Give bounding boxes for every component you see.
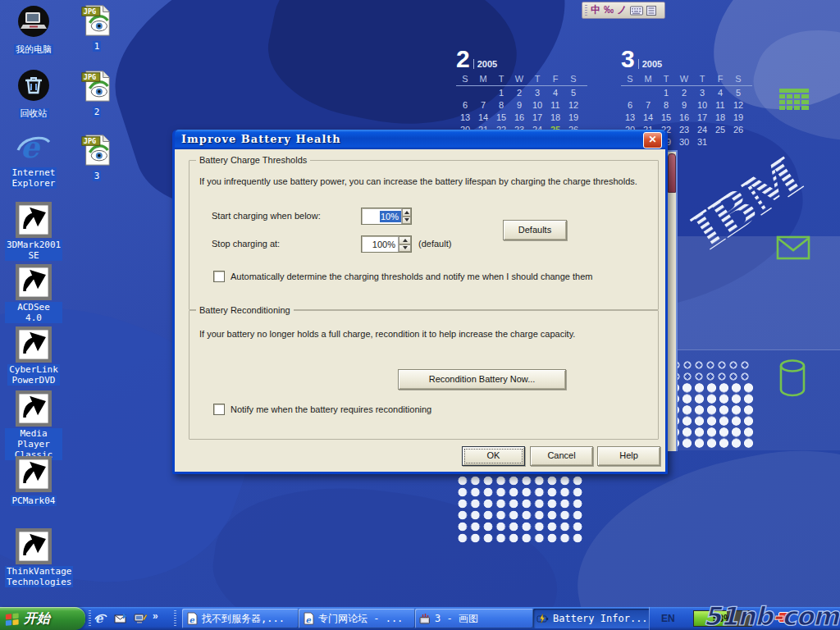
battery-percent: 58% (694, 613, 751, 624)
grid-icon (778, 88, 810, 111)
calendar-day: 9 (675, 100, 693, 112)
calendar-day (711, 137, 729, 149)
calendar-day-letter: S (456, 74, 474, 84)
desktop-icon-media-player-classic[interactable]: SMedia Player Classic (5, 390, 62, 461)
taskbar-task-1[interactable]: e找不到服务器,... (182, 609, 299, 628)
defaults-button[interactable]: Defaults (503, 220, 567, 240)
desktop-icon-pcmark04[interactable]: PCMark04 (5, 456, 62, 507)
jpg-file-icon: JPG (80, 133, 113, 167)
tray-notification-icon[interactable] (778, 612, 789, 623)
dialog-titlebar[interactable]: Improve Battery Health ✕ (175, 130, 665, 149)
ime-grip[interactable] (585, 5, 587, 16)
start-button[interactable]: 开始 (0, 607, 85, 630)
start-charging-spinbox[interactable]: 10% (361, 208, 412, 225)
taskbar-task-2[interactable]: e专门网论坛 - ... (299, 609, 415, 628)
windows-flag-icon (5, 612, 20, 626)
desktop-icon-label: 3DMark2001 SE (5, 240, 62, 261)
svg-text:JPG: JPG (84, 73, 97, 81)
cancel-button[interactable]: Cancel (530, 446, 593, 466)
calendar-day (639, 88, 657, 100)
battery-information-window-sliver[interactable] (666, 150, 678, 451)
calendar-day: 17 (528, 112, 546, 125)
recondition-battery-button[interactable]: Recondition Battery Now... (398, 369, 566, 390)
notify-reconditioning-checkbox[interactable] (213, 404, 225, 415)
desktop-icon-recycle-bin[interactable]: 回收站 (5, 69, 62, 120)
calendar-day (456, 88, 474, 100)
fullwidth-icon[interactable]: ‰ (604, 3, 614, 17)
spin-up-button[interactable] (402, 208, 411, 217)
desktop-icon-jpg-file-1[interactable]: JPG1 (77, 3, 116, 52)
calendar-day: 24 (693, 125, 711, 137)
desktop-icon-3dmark2001-se[interactable]: 3DMark2001 SE (5, 202, 62, 262)
taskbar-task-3[interactable]: 3 - 画图 (415, 609, 533, 628)
spin-down-button[interactable] (402, 217, 411, 225)
calendar-day: 11 (711, 100, 729, 112)
auto-thresholds-checkbox[interactable] (213, 271, 225, 282)
spin-up-button[interactable] (399, 236, 411, 244)
calendar-day: 2 (510, 88, 528, 100)
pcmark04-icon (16, 456, 52, 492)
desktop-icon-thinkvantage-technologies[interactable]: IBMThinkVantage Technologies (5, 528, 62, 588)
calendar-day: 17 (693, 112, 711, 125)
spinbox-value[interactable]: 10% (380, 211, 401, 222)
calendar-day: 26 (729, 125, 747, 137)
ime-language-bar[interactable]: 中 ‰ ノ (582, 2, 665, 19)
punctuation-icon[interactable]: ノ (617, 3, 627, 17)
internet-explorer-icon: e (16, 130, 52, 166)
desktop-icon-label: ACDSee 4.0 (5, 302, 62, 323)
notify-reconditioning-checkbox-label[interactable]: Notify me when the battery requires reco… (231, 404, 649, 414)
battery-meter[interactable]: 58% (693, 610, 752, 627)
calendar-day: 7 (639, 100, 657, 112)
close-button[interactable]: ✕ (643, 132, 662, 148)
outlook-express-icon[interactable] (113, 611, 128, 626)
cyberlink-powerdvd-icon (16, 326, 52, 363)
cylinder-icon (776, 358, 809, 399)
wallpaper-shape (203, 469, 568, 630)
quick-launch-chevron[interactable]: » (153, 610, 158, 622)
calendar-day-letter: T (528, 74, 546, 84)
start-label: 开始 (24, 610, 50, 628)
spinbox-value[interactable]: 100% (362, 240, 398, 249)
calendar-day: 4 (711, 88, 729, 100)
stop-charging-spinbox[interactable]: 100% (361, 235, 412, 253)
calendar-day: 23 (675, 125, 693, 137)
calendar-day: 5 (564, 88, 582, 100)
calendar-day-letter: M (474, 74, 492, 84)
calendar-day: 12 (729, 100, 747, 112)
jpg-file-icon: JPG (80, 3, 113, 38)
desktop-icon-acdsee-4[interactable]: ACDSee 4.0 (5, 264, 62, 324)
show-desktop-icon[interactable] (133, 611, 148, 626)
calendar-day: 16 (510, 112, 528, 125)
calendar-day: 3 (528, 88, 546, 100)
ok-button[interactable]: OK (462, 446, 525, 466)
calendar-day-letter: S (729, 74, 747, 84)
language-indicator[interactable]: EN (661, 613, 675, 624)
desktop-icon-internet-explorer[interactable]: eInternet Explorer (5, 130, 62, 189)
soft-keyboard-icon[interactable] (630, 6, 643, 16)
spin-down-button[interactable] (399, 244, 411, 253)
calendar-day-letter: W (675, 74, 693, 84)
chinese-mode-icon[interactable]: 中 (591, 3, 600, 17)
calendar-day-letter: F (711, 74, 729, 84)
desktop-icon-jpg-file-2[interactable]: JPG2 (77, 69, 116, 118)
ime-menu-icon[interactable] (646, 6, 656, 16)
thinkvantage-technologies-icon: IBM (16, 528, 52, 564)
desktop-icon-label: CyberLink PowerDVD (7, 364, 60, 386)
acdsee-4-icon (16, 264, 52, 300)
desktop-icon-jpg-file-3[interactable]: JPG3 (77, 133, 116, 182)
calendar-day-header: SMTWTFS (456, 74, 587, 86)
help-button[interactable]: Help (597, 446, 660, 466)
calendar-day-letter: F (546, 74, 564, 84)
taskbar-task-4[interactable]: Battery Infor... (533, 609, 666, 628)
desktop-icon-cyberlink-powerdvd[interactable]: CyberLink PowerDVD (5, 326, 62, 386)
desktop-icon-my-computer[interactable]: 我的电脑 (5, 5, 62, 56)
taskbar-separator (174, 610, 176, 627)
default-suffix: (default) (418, 239, 451, 249)
calendar-month-number: 3 (621, 45, 635, 72)
calendar-day: 15 (492, 112, 510, 125)
ie-icon[interactable]: e (94, 611, 108, 626)
calendar-month-header: 22005 (456, 46, 587, 74)
auto-thresholds-checkbox-label[interactable]: Automatically determine the charging thr… (231, 272, 649, 281)
recycle-bin-icon (16, 69, 52, 105)
my-computer-icon (16, 5, 52, 41)
